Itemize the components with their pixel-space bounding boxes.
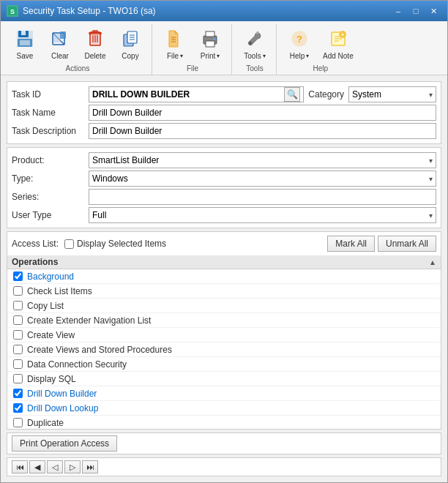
title-bar: S Security Task Setup - TWO16 (sa) – □ ✕ [1, 1, 447, 21]
series-label: Series: [12, 192, 89, 202]
product-select[interactable]: SmartList Builder ▾ [89, 152, 436, 168]
file-split-button[interactable]: File ▾ [158, 24, 192, 63]
ribbon-items-file: File ▾ [158, 24, 227, 63]
ribbon-group-tools: Tools ▾ Tools [234, 24, 277, 75]
tools-split-button[interactable]: Tools ▾ [238, 24, 272, 63]
type-label: Type: [12, 173, 89, 184]
list-item-checkbox-drill_down_builder[interactable] [13, 389, 23, 398]
print-operation-access-button[interactable]: Print Operation Access [12, 435, 117, 452]
print-icon-area[interactable] [193, 24, 227, 51]
type-select[interactable]: Windows ▾ [89, 171, 436, 187]
tools-label-area[interactable]: Tools ▾ [239, 51, 270, 63]
task-desc-label: Task Description [12, 126, 89, 136]
help-label-area[interactable]: Help ▾ [285, 51, 315, 63]
task-form-section: Task ID DRILL DOWN BUILDER 🔍 Category Sy… [7, 81, 441, 144]
title-bar-left: S Security Task Setup - TWO16 (sa) [7, 5, 156, 17]
collapse-button[interactable]: ▲ [429, 258, 436, 266]
ribbon-items-help: ? Help ▾ [283, 24, 359, 63]
help-split-button[interactable]: ? Help ▾ [283, 24, 316, 63]
list-item-checkbox-display_sql[interactable] [13, 374, 23, 383]
nav-first-button[interactable]: ⏮ [12, 460, 28, 473]
print-label-area[interactable]: Print ▾ [195, 51, 225, 63]
help-group-label: Help [313, 64, 329, 75]
svg-rect-9 [53, 34, 61, 42]
svg-rect-6 [20, 40, 30, 45]
list-item-checkbox-create_views_stored[interactable] [13, 345, 23, 354]
task-desc-field[interactable]: Drill Down Builder [89, 123, 436, 139]
tools-group-label: Tools [246, 64, 263, 75]
list-item-checkbox-background[interactable] [13, 272, 23, 281]
list-item: Check List Items [7, 284, 441, 299]
print-split-button[interactable]: Print ▾ [193, 24, 227, 63]
nav-last-button[interactable]: ⏭ [82, 460, 98, 473]
minimize-button[interactable]: – [390, 4, 406, 18]
series-field[interactable] [89, 189, 436, 205]
copy-label: Copy [122, 52, 138, 60]
product-label: Product: [12, 155, 89, 165]
help-icon-area[interactable]: ? [283, 24, 316, 51]
file-label-area[interactable]: File ▾ [162, 51, 188, 63]
list-item-checkbox-data_connection[interactable] [13, 359, 23, 369]
save-label: Save [17, 52, 34, 60]
task-name-field[interactable]: Drill Down Builder [89, 105, 436, 121]
list-item-label-drill_down_lookup: Drill Down Lookup [27, 403, 98, 413]
list-item: Create View [7, 328, 441, 342]
file-group-label: File [187, 64, 198, 75]
list-item-checkbox-copy_list[interactable] [13, 301, 23, 310]
list-item-checkbox-duplicate[interactable] [13, 418, 23, 427]
task-id-value: DRILL DOWN BUILDER [92, 89, 190, 100]
list-item-label-check_list_items: Check List Items [27, 286, 92, 296]
list-item-label-display_sql: Display SQL [27, 374, 76, 384]
list-item-checkbox-drill_down_lookup[interactable] [13, 403, 23, 413]
operations-header: Operations ▲ [7, 255, 441, 269]
list-item: Create Views and Stored Procedures [7, 342, 441, 357]
access-header-left: Access List: Display Selected Items [12, 239, 166, 249]
operations-label: Operations [12, 257, 58, 267]
mark-all-button[interactable]: Mark All [327, 236, 375, 252]
list-item-checkbox-create_extender[interactable] [13, 315, 23, 325]
task-id-field[interactable]: DRILL DOWN BUILDER 🔍 [89, 86, 304, 102]
access-list-scroll[interactable]: Operations ▲ BackgroundCheck List ItemsC… [7, 255, 441, 429]
main-window: S Security Task Setup - TWO16 (sa) – □ ✕ [0, 0, 448, 483]
series-row: Series: [12, 189, 436, 205]
close-button[interactable]: ✕ [425, 4, 441, 18]
user-type-select[interactable]: Full ▾ [89, 207, 436, 223]
user-type-dropdown-arrow: ▾ [429, 211, 433, 220]
addnote-icon: + [326, 27, 350, 50]
nav-prev2-button[interactable]: ◁ [47, 460, 63, 473]
clear-button[interactable]: Clear [43, 24, 77, 63]
print-icon [198, 27, 222, 50]
tools-icon-area[interactable] [238, 24, 272, 51]
display-selected-checkbox[interactable] [64, 239, 74, 249]
save-button[interactable]: Save [8, 24, 42, 63]
access-section: Access List: Display Selected Items Mark… [7, 231, 441, 430]
ribbon-items-actions: Save Clear [8, 24, 147, 63]
access-header: Access List: Display Selected Items Mark… [7, 232, 441, 255]
copy-button[interactable]: Copy [113, 24, 147, 63]
svg-point-33 [249, 42, 252, 45]
nav-next-button[interactable]: ▷ [64, 460, 81, 473]
task-name-label: Task Name [12, 108, 89, 118]
svg-rect-16 [89, 32, 102, 34]
user-type-row: User Type Full ▾ [12, 207, 436, 223]
svg-rect-10 [60, 31, 66, 39]
unmark-all-button[interactable]: Unmark All [378, 236, 436, 252]
access-list-label: Access List: [12, 239, 59, 249]
category-label: Category [308, 89, 344, 100]
list-item: Drill Down Builder [7, 386, 441, 401]
file-icon-area[interactable] [158, 24, 192, 51]
print-dropdown-arrow: ▾ [217, 53, 220, 59]
task-id-search-button[interactable]: 🔍 [284, 87, 300, 102]
tools-icon [243, 27, 266, 50]
maximize-button[interactable]: □ [408, 4, 424, 18]
addnote-button[interactable]: + Add Note [318, 24, 359, 63]
list-item-checkbox-create_view[interactable] [13, 330, 23, 340]
category-select[interactable]: System ▾ [348, 86, 436, 102]
product-dropdown-arrow: ▾ [429, 157, 433, 165]
svg-text:S: S [10, 8, 15, 15]
list-item-checkbox-check_list_items[interactable] [13, 286, 23, 296]
nav-prev-button[interactable]: ◀ [29, 460, 45, 473]
access-list-items: BackgroundCheck List ItemsCopy ListCreat… [7, 269, 441, 429]
file-label: File [167, 52, 179, 60]
delete-button[interactable]: Delete [78, 24, 112, 63]
